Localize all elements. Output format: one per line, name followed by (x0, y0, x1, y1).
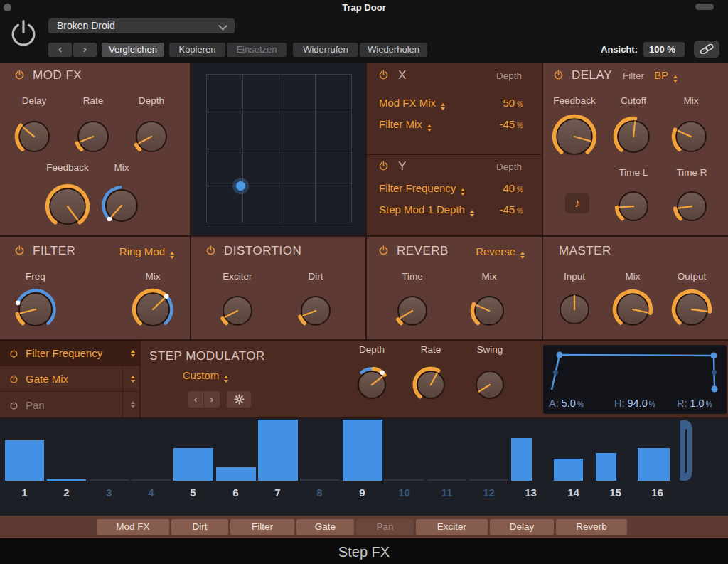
x-target-2-dropdown[interactable]: Filter Mix (379, 117, 432, 132)
copy-button[interactable]: Kopieren (169, 43, 225, 57)
y-depth-1-value[interactable]: 40% (503, 181, 523, 196)
reverb-time-knob[interactable] (394, 292, 431, 329)
step-bar-16[interactable] (638, 448, 670, 481)
step-swing-knob[interactable] (472, 367, 508, 403)
delay-cutoff-knob[interactable] (614, 117, 653, 156)
delay-feedback-knob[interactable] (552, 115, 596, 159)
compare-button[interactable]: Vergleichen (102, 43, 164, 57)
tab-reverb[interactable]: Reverb (556, 519, 627, 535)
view-zoom-select[interactable]: 100 % (643, 42, 685, 57)
step-bar-14[interactable] (554, 459, 583, 481)
redo-button[interactable]: Wiederholen (360, 43, 427, 57)
xy-pad-grid[interactable] (206, 74, 352, 223)
filter-mix-knob[interactable] (132, 289, 173, 330)
y-target-1-dropdown[interactable]: Filter Frequency (379, 181, 465, 196)
mod-fx-rate-knob[interactable] (74, 117, 112, 156)
x-depth-2-value[interactable]: -45% (499, 117, 523, 132)
reverb-mix-knob[interactable] (471, 292, 508, 329)
mod-target-row-pan[interactable]: Pan (0, 392, 139, 417)
filter-power-icon[interactable] (14, 245, 25, 256)
mod-fx-depth-knob[interactable] (132, 117, 171, 156)
filter-freq-knob[interactable] (15, 289, 56, 330)
link-button[interactable] (694, 41, 719, 58)
tab-filter[interactable]: Filter (230, 519, 294, 535)
step-sequencer[interactable]: 12345678910111213141516 (0, 418, 728, 516)
master-output-knob[interactable] (672, 289, 712, 329)
stepper-arrows-icon (470, 210, 474, 217)
stepper-arrows-icon[interactable] (131, 376, 135, 383)
pattern-length-handle[interactable] (680, 420, 692, 481)
filter-mode-dropdown[interactable]: Ring Mod (119, 245, 174, 259)
mod-fx-feedback-knob[interactable] (46, 184, 90, 228)
step-bar-5[interactable] (173, 448, 213, 481)
reverb-power-icon[interactable] (378, 245, 389, 256)
pattern-next-button[interactable]: › (204, 391, 220, 408)
distortion-dirt-knob[interactable] (297, 292, 334, 329)
x-power-icon[interactable] (378, 70, 389, 80)
tab-exciter[interactable]: Exciter (416, 519, 488, 535)
mod-target-row-filter-frequency[interactable]: Filter Frequency (0, 341, 139, 366)
delay-time-l-knob[interactable] (615, 188, 652, 225)
distortion-power-icon[interactable] (205, 245, 216, 256)
target-power-icon[interactable] (9, 400, 18, 410)
x-target-1-dropdown[interactable]: Mod FX Mix (379, 95, 445, 111)
preset-next-button[interactable]: › (73, 43, 97, 57)
target-power-icon[interactable] (9, 374, 18, 383)
step-depth-knob[interactable] (354, 367, 390, 403)
tab-pan[interactable]: Pan (356, 519, 414, 535)
step-bar-8[interactable] (300, 479, 339, 481)
step-bar-4[interactable] (132, 479, 171, 481)
step-bar-13[interactable] (511, 438, 532, 481)
master-mix-knob[interactable] (613, 289, 653, 329)
x-depth-1-value[interactable]: 50% (503, 95, 523, 111)
tab-gate[interactable]: Gate (296, 519, 354, 535)
pattern-prev-button[interactable]: ‹ (188, 391, 203, 408)
mod-target-row-gate-mix[interactable]: Gate Mix (0, 366, 139, 392)
reverb-section: REVERB Reverse Time Mix (367, 237, 542, 339)
paste-button[interactable]: Einsetzen (227, 43, 287, 57)
step-bar-6[interactable] (216, 467, 256, 481)
distortion-exciter-knob[interactable] (219, 292, 256, 329)
mod-fx-delay-knob[interactable] (15, 117, 53, 156)
distortion-title: DISTORTION (224, 244, 301, 258)
stepper-arrows-icon[interactable] (131, 401, 135, 408)
delay-time-r-knob[interactable] (673, 188, 710, 225)
stepper-arrows-icon[interactable] (131, 350, 135, 357)
tab-delay[interactable]: Delay (490, 519, 554, 535)
envelope-display[interactable]: A: 5.0% H: 94.0% R: 1.0% (543, 345, 727, 414)
step-bar-1[interactable] (5, 440, 44, 481)
step-bar-2[interactable] (47, 479, 86, 481)
mod-fx-section: MOD FX Delay Rate Depth Feedback Mix (0, 63, 190, 235)
step-bar-15[interactable] (596, 453, 616, 481)
y-power-icon[interactable] (378, 161, 389, 171)
mod-fx-mix-knob[interactable] (102, 186, 141, 225)
step-bar-10[interactable] (385, 479, 424, 481)
step-rate-knob[interactable] (413, 367, 449, 403)
master-input-knob[interactable] (556, 291, 593, 328)
envelope-curve[interactable] (543, 345, 727, 396)
y-depth-2-value[interactable]: -45% (499, 202, 523, 218)
delay-mix-knob[interactable] (672, 117, 710, 156)
delay-power-icon[interactable] (553, 70, 564, 80)
tab-dirt[interactable]: Dirt (171, 519, 228, 535)
pattern-settings-button[interactable] (227, 391, 251, 408)
undo-button[interactable]: Widerrufen (293, 43, 358, 57)
reverb-mode-dropdown[interactable]: Reverse (476, 245, 525, 259)
mod-fx-power-icon[interactable] (14, 70, 25, 80)
delay-filter-mode-dropdown[interactable]: BP (654, 69, 678, 83)
plugin-power-button[interactable] (8, 18, 39, 50)
target-power-icon[interactable] (9, 348, 18, 358)
preset-prev-button[interactable]: ‹ (48, 43, 72, 57)
list-divider (139, 341, 141, 417)
step-pattern-dropdown[interactable]: Custom (164, 369, 247, 383)
step-bar-3[interactable] (90, 479, 129, 481)
step-bar-11[interactable] (427, 479, 466, 481)
preset-dropdown[interactable]: Broken Droid (48, 18, 235, 33)
xy-pad[interactable] (191, 63, 365, 235)
step-bar-12[interactable] (469, 479, 508, 481)
y-target-2-dropdown[interactable]: Step Mod 1 Depth (379, 202, 474, 218)
step-bar-7[interactable] (258, 420, 298, 481)
step-bar-9[interactable] (343, 420, 382, 481)
tab-mod-fx[interactable]: Mod FX (97, 519, 169, 535)
delay-sync-note-button[interactable]: ♪ (565, 193, 589, 213)
